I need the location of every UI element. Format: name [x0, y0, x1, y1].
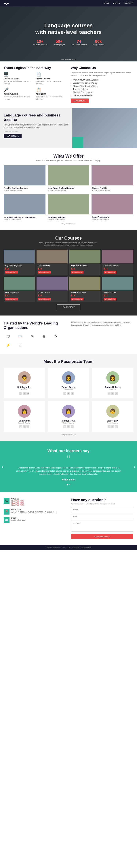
- facebook-icon[interactable]: f: [19, 392, 22, 395]
- nav-link-home[interactable]: HOME: [103, 2, 109, 4]
- course-enroll-button[interactable]: ENROLL NOW: [103, 271, 117, 274]
- nav-link-contact[interactable]: CONTACT: [124, 2, 133, 4]
- offer-card-desc: Ut enim ad minim veniam.: [48, 190, 90, 192]
- team-social-links: f t in: [95, 425, 131, 428]
- offer-section: What We Offer Lorem ad minim veniam, qui…: [0, 148, 137, 230]
- contact-submit-button[interactable]: SEND MESSAGE: [71, 534, 133, 539]
- linkedin-icon[interactable]: in: [27, 392, 30, 395]
- teach-item-desc: Sample text. Click to select the Text El…: [36, 80, 66, 85]
- course-card-price: $19: [71, 294, 99, 297]
- contact-email-input[interactable]: [71, 514, 133, 519]
- testimonial-author: Hellen Smith: [5, 478, 132, 481]
- testimonial-prev-button[interactable]: ‹: [2, 464, 3, 469]
- linkedin-icon[interactable]: in: [71, 425, 74, 428]
- team-avatar: 👩: [106, 371, 119, 384]
- twitter-icon[interactable]: t: [111, 392, 114, 395]
- facebook-icon[interactable]: f: [19, 425, 22, 428]
- hero-stat-num: 50+: [53, 39, 65, 44]
- facebook-icon[interactable]: f: [63, 425, 66, 428]
- nav-logo: logo: [4, 2, 9, 5]
- courses-more-button[interactable]: LEARN MORE: [57, 305, 81, 310]
- course-card-price: $11: [103, 294, 132, 297]
- course-enroll-button[interactable]: ENROLL NOW: [38, 271, 51, 274]
- team-social-links: f t in: [51, 392, 87, 395]
- offer-card-title: Long-Term English Courses: [48, 187, 90, 189]
- contact-message-input[interactable]: [71, 521, 133, 532]
- business-image: [72, 108, 137, 148]
- offer-card-title: Language training: [48, 216, 90, 218]
- course-card-image: [4, 277, 35, 290]
- testimonial-dot-0[interactable]: [67, 484, 68, 485]
- teach-grid: 🖥️ ONLINE CLASSES Sample text. Click to …: [4, 72, 66, 100]
- testimonial-next-button[interactable]: ›: [134, 464, 135, 469]
- twitter-icon[interactable]: t: [111, 425, 114, 428]
- offer-subtitle: Lorem ad minim veniam, quis nostrud exer…: [4, 160, 133, 162]
- team-card: 👨 Walter Lilly French Teacher f t in: [92, 401, 133, 432]
- team-avatar: 👩: [62, 371, 75, 384]
- team-card: 👨 Nat Reynolds Founder f t in: [4, 368, 45, 398]
- course-card-title: Private Mini-Groups: [71, 292, 99, 293]
- business-section: Language courses and business training N…: [0, 108, 137, 148]
- twitter-icon[interactable]: t: [23, 392, 26, 395]
- course-card-image: [70, 277, 100, 290]
- facebook-icon[interactable]: f: [63, 392, 66, 395]
- hero-stat: 80kHappy Students: [93, 39, 104, 46]
- team-member-role: Co-Founder: [51, 389, 87, 390]
- facebook-icon[interactable]: f: [107, 425, 110, 428]
- course-card-title: Private Lessons: [38, 292, 66, 293]
- contact-item-location: 📍 LOCATION 123 Block street, 21 Avenue, …: [4, 509, 66, 515]
- hero-stat-label: Years of experience: [33, 44, 47, 46]
- contact-name-input[interactable]: [71, 507, 133, 512]
- course-card-price: $20: [71, 267, 99, 270]
- why-learn-more-button[interactable]: LEARN MORE: [71, 98, 89, 103]
- business-description: Nam venenatis orci odio, eget nam augue …: [4, 123, 68, 129]
- trusted-section: Trusted by the World's Leading Organisat…: [0, 315, 137, 354]
- linkedin-icon[interactable]: in: [115, 425, 118, 428]
- offer-card: Language training Lorem ut noster veniam…: [48, 194, 90, 221]
- course-card: Self-study Courses $17 ENROLL NOW: [102, 250, 133, 275]
- phone-label: CALL US: [11, 498, 24, 500]
- teach-column: Teach English in the Best Way 🖥️ ONLINE …: [4, 66, 66, 103]
- offer-card-image: [92, 165, 133, 185]
- teach-item-icon: 🎤: [4, 88, 34, 92]
- offer-card-title: Flexible English Courses: [4, 187, 45, 189]
- location-label: LOCATION: [11, 509, 57, 511]
- teach-item-icon: 📄: [36, 72, 66, 77]
- twitter-icon[interactable]: t: [67, 392, 70, 395]
- course-enroll-button[interactable]: ENROLL NOW: [5, 271, 18, 274]
- course-card-price: $17: [103, 267, 132, 270]
- team-member-name: Sasha Payne: [51, 386, 87, 389]
- course-card-image: [4, 250, 35, 264]
- trusted-logo-3: ◉: [39, 333, 48, 339]
- trusted-description: Duis aute irure dolor in reprehenderit i…: [71, 321, 133, 327]
- twitter-icon[interactable]: t: [67, 425, 70, 428]
- team-member-role: Spanish Teacher: [6, 422, 42, 424]
- linkedin-icon[interactable]: in: [27, 425, 30, 428]
- why-list-item: ›Sharpen Your Decision Making: [71, 85, 134, 88]
- course-card-price: $22: [38, 267, 66, 270]
- linkedin-icon[interactable]: in: [115, 392, 118, 395]
- course-enroll-button[interactable]: ENROLL NOW: [103, 298, 117, 301]
- hero-stat-num: 74: [71, 39, 87, 44]
- testimonial-dot-1[interactable]: [69, 484, 70, 485]
- facebook-icon[interactable]: f: [107, 392, 110, 395]
- trusted-logo-5: ⚡: [4, 342, 13, 348]
- business-learn-more-button[interactable]: LEARN MORE: [4, 134, 21, 138]
- team-avatar: 👩: [62, 405, 75, 418]
- team-avatar: 👨: [18, 371, 31, 384]
- team-social-links: f t in: [6, 425, 42, 428]
- offer-card: Flexible English Courses Ut enim ad mini…: [4, 165, 45, 192]
- offer-card-image: [92, 194, 133, 214]
- course-enroll-button[interactable]: ENROLL NOW: [71, 271, 84, 274]
- twitter-icon[interactable]: t: [23, 425, 26, 428]
- course-enroll-button[interactable]: ENROLL NOW: [71, 298, 84, 301]
- teach-item-icon: 📋: [36, 88, 66, 92]
- linkedin-icon[interactable]: in: [71, 392, 74, 395]
- offer-grid: Flexible English Courses Ut enim ad mini…: [4, 165, 133, 221]
- course-enroll-button[interactable]: ENROLL NOW: [38, 298, 51, 301]
- teach-item-desc: Sample text. Click to select the Text El…: [36, 96, 66, 100]
- course-enroll-button[interactable]: ENROLL NOW: [5, 298, 18, 301]
- course-card-price: $20: [5, 294, 34, 297]
- nav-link-about[interactable]: ABOUT: [113, 2, 120, 4]
- trusted-logo-4: ❋: [51, 333, 60, 339]
